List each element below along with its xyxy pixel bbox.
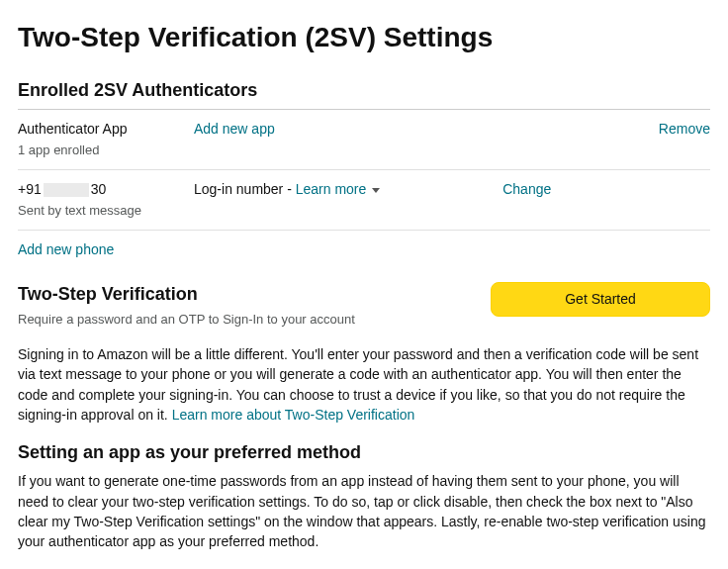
remove-link[interactable]: Remove bbox=[659, 121, 710, 137]
tsv-learn-more-link[interactable]: Learn more about Two-Step Verification bbox=[172, 407, 415, 423]
tsv-subhead: Require a password and an OTP to Sign-In… bbox=[18, 311, 355, 329]
authenticator-app-row: Authenticator App 1 app enrolled Add new… bbox=[18, 110, 710, 170]
get-started-button[interactable]: Get Started bbox=[491, 282, 710, 318]
preferred-body: If you want to generate one-time passwor… bbox=[18, 471, 710, 551]
chevron-down-icon[interactable] bbox=[372, 188, 380, 193]
tsv-heading: Two-Step Verification bbox=[18, 282, 355, 307]
page-title: Two-Step Verification (2SV) Settings bbox=[18, 18, 710, 56]
login-learn-more-link[interactable]: Learn more bbox=[296, 181, 367, 197]
enrolled-heading: Enrolled 2SV Authenticators bbox=[18, 78, 710, 103]
phone-number: +9130 bbox=[18, 180, 194, 200]
change-link[interactable]: Change bbox=[502, 181, 551, 197]
preferred-heading: Setting an app as your preferred method bbox=[18, 440, 710, 465]
auth-app-label: Authenticator App bbox=[18, 120, 194, 140]
login-number-label: Log-in number - bbox=[194, 181, 296, 197]
auth-app-sub: 1 app enrolled bbox=[18, 142, 194, 159]
redacted-block bbox=[44, 183, 89, 197]
add-new-app-link[interactable]: Add new app bbox=[194, 121, 275, 137]
add-new-phone-link[interactable]: Add new phone bbox=[18, 231, 114, 260]
tsv-body: Signing in to Amazon will be a little di… bbox=[18, 344, 710, 425]
phone-delivery: Sent by text message bbox=[18, 202, 194, 220]
bottom-learn-more-link[interactable]: Learn more bbox=[18, 565, 89, 569]
phone-row: +9130 Sent by text message Log-in number… bbox=[18, 170, 710, 231]
